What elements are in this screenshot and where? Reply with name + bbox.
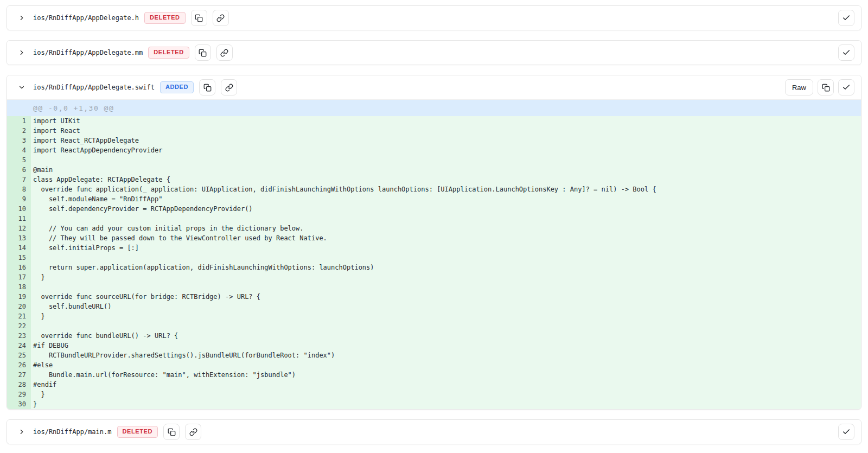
line-number: 17: [7, 272, 31, 282]
file-card: ios/RnDiffApp/AppDelegate.h DELETED: [7, 5, 861, 30]
line-number: 7: [7, 175, 31, 184]
copy-icon: [199, 49, 207, 57]
diff-line: 7 class AppDelegate: RCTAppDelegate {: [7, 175, 861, 184]
diff-line: 6 @main: [7, 165, 861, 175]
line-content: // You can add your custom initial props…: [31, 224, 861, 233]
chevron-right-icon: [18, 14, 25, 22]
file-card: ios/RnDiffApp/AppDelegate.mm DELETED: [7, 40, 861, 65]
line-content: import UIKit: [31, 116, 861, 126]
diff-line: 13 // They will be passed down to the Vi…: [7, 233, 861, 243]
line-number: 16: [7, 263, 31, 272]
diff-line: 27 Bundle.main.url(forResource: "main", …: [7, 370, 861, 380]
line-content: // They will be passed down to the ViewC…: [31, 233, 861, 243]
diff-view: @@ -0,0 +1,30 @@ 1 import UIKit 2 import…: [7, 99, 861, 409]
copy-link-button[interactable]: [213, 10, 229, 26]
diff-line: 4 import ReactAppDependencyProvider: [7, 145, 861, 155]
line-content: import React_RCTAppDelegate: [31, 136, 861, 145]
line-content: }: [31, 272, 861, 282]
copy-link-button[interactable]: [185, 424, 201, 440]
line-number: 25: [7, 350, 31, 360]
mark-complete-button[interactable]: [838, 424, 854, 440]
check-icon: [842, 14, 851, 22]
hunk-header: @@ -0,0 +1,30 @@: [7, 100, 861, 116]
diff-line: 23 override func bundleURL() -> URL? {: [7, 331, 861, 341]
line-number: 23: [7, 331, 31, 341]
diff-line: 17 }: [7, 272, 861, 282]
line-content: RCTBundleURLProvider.sharedSettings().js…: [31, 350, 861, 360]
copy-path-button[interactable]: [195, 44, 211, 61]
expand-toggle-button[interactable]: [16, 12, 28, 24]
line-number: 10: [7, 204, 31, 214]
link-icon: [220, 49, 228, 57]
mark-complete-button[interactable]: [838, 44, 854, 61]
diff-line: 14 self.initialProps = [:]: [7, 243, 861, 253]
link-icon: [189, 428, 197, 436]
diff-line: 12 // You can add your custom initial pr…: [7, 224, 861, 233]
line-number: 2: [7, 126, 31, 136]
raw-button[interactable]: Raw: [785, 79, 813, 95]
line-number: 22: [7, 321, 31, 331]
line-content: override func application(_ application:…: [31, 184, 861, 194]
line-number: 21: [7, 311, 31, 321]
line-number: 29: [7, 390, 31, 399]
line-content: return super.application(application, di…: [31, 263, 861, 272]
file-card-header-right: [838, 10, 854, 26]
diff-line: 29 }: [7, 390, 861, 399]
mark-complete-button[interactable]: [838, 79, 854, 95]
expand-toggle-button[interactable]: [16, 47, 28, 59]
code-lines: 1 import UIKit 2 import React 3 import R…: [7, 116, 861, 409]
diff-line: 8 override func application(_ applicatio…: [7, 184, 861, 194]
copy-icon: [195, 14, 203, 22]
diff-line: 22: [7, 321, 861, 331]
expand-toggle-button[interactable]: [16, 426, 28, 438]
file-status-badge: DELETED: [144, 12, 186, 24]
line-content: override func sourceURL(for bridge: RCTB…: [31, 292, 861, 302]
diff-line: 11: [7, 214, 861, 224]
line-content: self.moduleName = "RnDiffApp": [31, 194, 861, 204]
line-content: #endif: [31, 380, 861, 390]
line-number: 3: [7, 136, 31, 145]
check-icon: [842, 48, 851, 57]
copy-path-button[interactable]: [199, 79, 215, 95]
check-icon: [842, 428, 851, 436]
copy-icon: [203, 84, 212, 92]
line-content: [31, 321, 861, 331]
line-content: #if DEBUG: [31, 341, 861, 350]
file-card-header-right: [838, 44, 854, 61]
line-number: 9: [7, 194, 31, 204]
line-content: Bundle.main.url(forResource: "main", wit…: [31, 370, 861, 380]
line-content: }: [31, 399, 861, 409]
link-icon: [216, 14, 225, 22]
chevron-right-icon: [18, 428, 25, 436]
file-path: ios/RnDiffApp/AppDelegate.swift: [33, 84, 155, 91]
copy-link-button[interactable]: [216, 44, 233, 61]
line-content: import React: [31, 126, 861, 136]
file-status-badge: DELETED: [148, 47, 189, 59]
file-card: ios/RnDiffApp/AppDelegate.swift ADDED Ra…: [7, 75, 861, 410]
line-content: [31, 253, 861, 263]
diff-line: 15: [7, 253, 861, 263]
diff-line: 16 return super.application(application,…: [7, 263, 861, 272]
copy-path-button[interactable]: [191, 10, 207, 26]
line-number: 27: [7, 370, 31, 380]
line-content: self.bundleURL(): [31, 302, 861, 311]
line-content: self.initialProps = [:]: [31, 243, 861, 253]
diff-line: 18: [7, 282, 861, 292]
line-number: 5: [7, 155, 31, 165]
file-path: ios/RnDiffApp/main.m: [33, 428, 112, 436]
chevron-right-icon: [18, 49, 25, 56]
copy-link-button[interactable]: [221, 79, 237, 95]
line-number: 4: [7, 145, 31, 155]
line-number: 14: [7, 243, 31, 253]
line-number: 15: [7, 253, 31, 263]
copy-path-button[interactable]: [163, 424, 180, 440]
mark-complete-button[interactable]: [838, 10, 854, 26]
file-card-header-left: ios/RnDiffApp/AppDelegate.mm DELETED: [16, 44, 233, 61]
file-card-header: ios/RnDiffApp/AppDelegate.swift ADDED Ra…: [7, 75, 861, 99]
diff-line: 2 import React: [7, 126, 861, 136]
copy-icon: [822, 84, 830, 92]
line-content: #else: [31, 360, 861, 370]
copy-diff-button[interactable]: [818, 79, 834, 95]
line-content: [31, 282, 861, 292]
expand-toggle-button[interactable]: [16, 81, 28, 93]
